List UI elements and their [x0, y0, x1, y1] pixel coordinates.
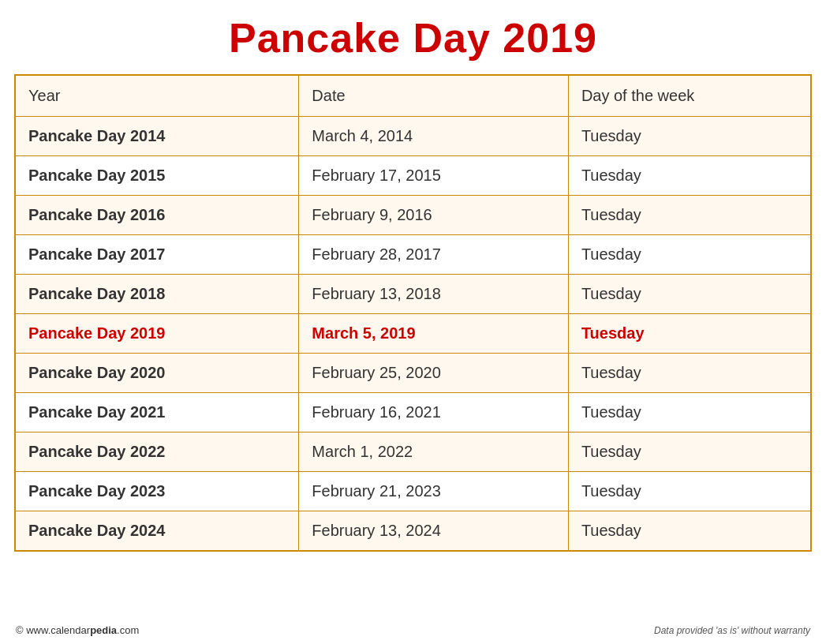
footer-copyright-prefix: © www.calendar [16, 624, 90, 636]
cell-day: Tuesday [568, 432, 811, 472]
cell-date: February 25, 2020 [299, 354, 569, 393]
table-row: Pancake Day 2017February 28, 2017Tuesday [15, 235, 811, 275]
cell-day: Tuesday [568, 275, 811, 314]
pancake-day-table: Year Date Day of the week Pancake Day 20… [14, 74, 812, 552]
table-row: Pancake Day 2014March 4, 2014Tuesday [15, 117, 811, 156]
cell-year: Pancake Day 2021 [15, 393, 299, 432]
cell-day: Tuesday [568, 472, 811, 511]
footer-copyright-suffix: .com [117, 624, 139, 636]
cell-date: February 13, 2018 [299, 275, 569, 314]
cell-day: Tuesday [568, 235, 811, 275]
table-row: Pancake Day 2022March 1, 2022Tuesday [15, 432, 811, 472]
cell-date: February 28, 2017 [299, 235, 569, 275]
table-row: Pancake Day 2020February 25, 2020Tuesday [15, 354, 811, 393]
cell-year: Pancake Day 2016 [15, 196, 299, 235]
footer-disclaimer: Data provided 'as is' without warranty [654, 625, 810, 636]
cell-date: March 4, 2014 [299, 117, 569, 156]
cell-day: Tuesday [568, 511, 811, 552]
cell-year: Pancake Day 2018 [15, 275, 299, 314]
cell-year: Pancake Day 2014 [15, 117, 299, 156]
table-row: Pancake Day 2024February 13, 2024Tuesday [15, 511, 811, 552]
table-row: Pancake Day 2023February 21, 2023Tuesday [15, 472, 811, 511]
col-header-year: Year [15, 75, 299, 117]
cell-date: February 17, 2015 [299, 156, 569, 196]
table-row: Pancake Day 2021February 16, 2021Tuesday [15, 393, 811, 432]
col-header-date: Date [299, 75, 569, 117]
header-row: Year Date Day of the week [15, 75, 811, 117]
cell-date: February 16, 2021 [299, 393, 569, 432]
cell-date: March 1, 2022 [299, 432, 569, 472]
table-header: Year Date Day of the week [15, 75, 811, 117]
cell-year: Pancake Day 2019 [15, 314, 299, 354]
cell-year: Pancake Day 2024 [15, 511, 299, 552]
footer-copyright: © www.calendarpedia.com [16, 624, 139, 636]
cell-year: Pancake Day 2023 [15, 472, 299, 511]
cell-year: Pancake Day 2017 [15, 235, 299, 275]
cell-day: Tuesday [568, 354, 811, 393]
cell-day: Tuesday [568, 393, 811, 432]
cell-day: Tuesday [568, 314, 811, 354]
page-title: Pancake Day 2019 [229, 14, 597, 62]
cell-year: Pancake Day 2020 [15, 354, 299, 393]
cell-year: Pancake Day 2015 [15, 156, 299, 196]
data-table-container: Year Date Day of the week Pancake Day 20… [14, 74, 812, 620]
table-body: Pancake Day 2014March 4, 2014TuesdayPanc… [15, 117, 811, 552]
table-row: Pancake Day 2015February 17, 2015Tuesday [15, 156, 811, 196]
col-header-day: Day of the week [568, 75, 811, 117]
table-row: Pancake Day 2016February 9, 2016Tuesday [15, 196, 811, 235]
table-row: Pancake Day 2019March 5, 2019Tuesday [15, 314, 811, 354]
cell-date: February 13, 2024 [299, 511, 569, 552]
footer-copyright-bold: pedia [90, 624, 117, 636]
footer: © www.calendarpedia.com Data provided 'a… [14, 624, 812, 636]
cell-day: Tuesday [568, 117, 811, 156]
cell-date: February 21, 2023 [299, 472, 569, 511]
table-row: Pancake Day 2018February 13, 2018Tuesday [15, 275, 811, 314]
cell-date: March 5, 2019 [299, 314, 569, 354]
cell-year: Pancake Day 2022 [15, 432, 299, 472]
cell-day: Tuesday [568, 196, 811, 235]
cell-day: Tuesday [568, 156, 811, 196]
cell-date: February 9, 2016 [299, 196, 569, 235]
